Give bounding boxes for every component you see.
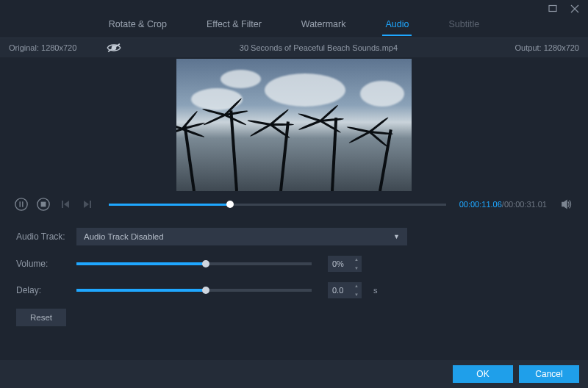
time-total: 00:00:31.01 xyxy=(504,200,547,209)
svg-point-5 xyxy=(15,198,27,210)
svg-marker-14 xyxy=(562,201,567,209)
svg-marker-11 xyxy=(64,201,69,208)
volume-spinner[interactable]: 0% ▲▼ xyxy=(328,256,362,272)
tab-audio[interactable]: Audio xyxy=(385,19,409,35)
time-display: 00:00:11.06/00:00:31.01 xyxy=(459,200,547,209)
cancel-label: Cancel xyxy=(535,369,562,379)
original-resolution: Original: 1280x720 xyxy=(9,43,76,52)
cancel-button[interactable]: Cancel xyxy=(519,365,579,383)
next-frame-button[interactable] xyxy=(79,196,96,212)
volume-down-icon[interactable]: ▼ xyxy=(353,266,360,270)
tab-label: Watermark xyxy=(301,19,346,29)
prev-frame-button[interactable] xyxy=(57,196,74,212)
audio-panel: Audio Track: Audio Track Disabled ▼ Volu… xyxy=(0,216,588,331)
editor-tabs: Rotate & Crop Effect & Filter Watermark … xyxy=(0,16,588,38)
info-left: Original: 1280x720 xyxy=(9,42,122,54)
svg-rect-9 xyxy=(41,202,45,206)
delay-label: Delay: xyxy=(16,285,69,295)
tab-effect-filter[interactable]: Effect & Filter xyxy=(207,19,262,35)
delay-thumb[interactable] xyxy=(202,287,209,294)
delay-row: Delay: 0.0 ▲▼ s xyxy=(16,282,572,298)
ok-label: OK xyxy=(476,369,489,379)
delay-slider[interactable] xyxy=(76,289,312,292)
svg-rect-0 xyxy=(549,6,556,12)
compare-toggle[interactable] xyxy=(106,42,122,54)
tab-label: Audio xyxy=(385,19,409,29)
output-resolution: Output: 1280x720 xyxy=(515,43,579,52)
progress-fill xyxy=(109,204,230,206)
audio-track-row: Audio Track: Audio Track Disabled ▼ xyxy=(16,228,572,245)
volume-label: Volume: xyxy=(16,259,69,269)
svg-rect-10 xyxy=(62,201,63,208)
chevron-down-icon: ▼ xyxy=(393,233,400,240)
playback-controls: 00:00:11.06/00:00:31.01 xyxy=(0,193,588,216)
tab-label: Effect & Filter xyxy=(207,19,262,29)
stop-button[interactable] xyxy=(35,196,51,212)
delay-spinner[interactable]: 0.0 ▲▼ xyxy=(328,282,362,298)
volume-value: 0% xyxy=(332,259,344,268)
progress-slider[interactable] xyxy=(109,204,446,206)
audio-track-label: Audio Track: xyxy=(16,231,69,242)
volume-row: Volume: 0% ▲▼ xyxy=(16,256,572,272)
tab-label: Subtitle xyxy=(448,19,479,29)
time-current: 00:00:11.06 xyxy=(459,200,502,209)
tab-rotate-crop[interactable]: Rotate & Crop xyxy=(109,19,167,35)
play-pause-button[interactable] xyxy=(13,196,29,212)
audio-track-select[interactable]: Audio Track Disabled ▼ xyxy=(76,228,407,245)
delay-unit: s xyxy=(373,286,378,295)
svg-rect-13 xyxy=(90,201,91,208)
delay-up-icon[interactable]: ▲ xyxy=(353,284,360,288)
delay-down-icon[interactable]: ▼ xyxy=(353,292,360,297)
tab-subtitle[interactable]: Subtitle xyxy=(448,19,479,35)
window-titlebar xyxy=(0,0,588,16)
audio-track-value: Audio Track Disabled xyxy=(84,232,164,241)
footer-bar: OK Cancel xyxy=(0,360,588,388)
tab-label: Rotate & Crop xyxy=(109,19,167,29)
progress-thumb[interactable] xyxy=(226,201,234,208)
volume-thumb[interactable] xyxy=(202,260,209,267)
info-bar: Original: 1280x720 30 Seconds of Peacefu… xyxy=(0,38,588,57)
reset-button[interactable]: Reset xyxy=(16,309,66,326)
close-icon[interactable] xyxy=(570,4,581,15)
tab-watermark[interactable]: Watermark xyxy=(301,19,346,35)
volume-slider[interactable] xyxy=(76,262,312,265)
video-preview-area xyxy=(0,57,588,193)
volume-up-icon[interactable]: ▲ xyxy=(353,257,360,262)
reset-label: Reset xyxy=(30,313,52,322)
delay-value: 0.0 xyxy=(332,286,343,295)
filename-label: 30 Seconds of Peaceful Beach Sounds.mp4 xyxy=(122,43,514,52)
volume-icon[interactable] xyxy=(559,196,575,212)
svg-marker-12 xyxy=(84,201,89,208)
ok-button[interactable]: OK xyxy=(453,365,513,383)
maximize-icon[interactable] xyxy=(548,4,559,15)
video-preview[interactable] xyxy=(176,59,412,191)
